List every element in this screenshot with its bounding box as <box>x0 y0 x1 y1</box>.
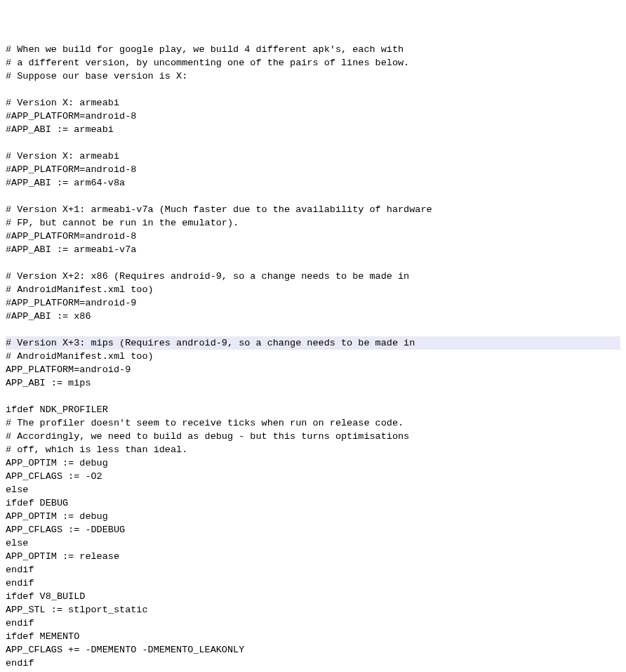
code-line[interactable]: ifdef NDK_PROFILER <box>6 403 620 416</box>
code-line[interactable]: endif <box>6 577 620 590</box>
code-line[interactable]: #APP_PLATFORM=android-8 <box>6 163 620 176</box>
code-line[interactable]: # Version X: armeabi <box>6 96 620 110</box>
code-line[interactable]: # AndroidManifest.xml too) <box>6 283 620 296</box>
code-line[interactable]: #APP_ABI := x86 <box>6 310 620 323</box>
code-line[interactable]: APP_OPTIM := release <box>6 550 620 563</box>
code-line[interactable]: # The profiler doesn't seem to receive t… <box>6 416 620 430</box>
code-line[interactable]: ifdef MEMENTO <box>6 630 620 643</box>
code-line[interactable]: ifdef DEBUG <box>6 496 620 510</box>
code-line[interactable]: ifdef V8_BUILD <box>6 590 620 603</box>
code-line[interactable]: #APP_PLATFORM=android-8 <box>6 230 620 243</box>
code-line[interactable]: # When we build for google play, we buil… <box>6 43 620 56</box>
code-line[interactable]: #APP_ABI := armeabi-v7a <box>6 243 620 256</box>
code-line[interactable] <box>6 190 620 203</box>
code-line[interactable]: # Accordingly, we need to build as debug… <box>6 430 620 443</box>
code-line[interactable] <box>6 256 620 270</box>
code-line[interactable] <box>6 83 620 96</box>
code-line[interactable]: #APP_ABI := armeabi <box>6 123 620 136</box>
code-line[interactable]: APP_OPTIM := debug <box>6 456 620 470</box>
code-line[interactable]: # Version X+3: mips (Requires android-9,… <box>6 336 620 350</box>
code-line[interactable]: APP_CFLAGS += -DMEMENTO -DMEMENTO_LEAKON… <box>6 643 620 657</box>
code-line[interactable]: APP_STL := stlport_static <box>6 603 620 617</box>
code-line[interactable]: # Version X+1: armeabi-v7a (Much faster … <box>6 203 620 216</box>
code-line[interactable]: #APP_PLATFORM=android-8 <box>6 110 620 123</box>
code-line[interactable]: endif <box>6 563 620 577</box>
code-line[interactable]: APP_ABI := mips <box>6 376 620 390</box>
code-line[interactable]: APP_CFLAGS := -O2 <box>6 470 620 483</box>
code-line[interactable]: #APP_ABI := arm64-v8a <box>6 176 620 190</box>
code-line[interactable]: # Suppose our base version is X: <box>6 70 620 83</box>
code-view[interactable]: # When we build for google play, we buil… <box>6 43 620 672</box>
code-line[interactable]: # AndroidManifest.xml too) <box>6 350 620 363</box>
code-line[interactable]: APP_CFLAGS := -DDEBUG <box>6 523 620 536</box>
code-line[interactable] <box>6 136 620 150</box>
code-line[interactable]: else <box>6 536 620 550</box>
code-line[interactable]: endif <box>6 617 620 630</box>
code-line[interactable]: # off, which is less than ideal. <box>6 443 620 456</box>
code-line[interactable]: #APP_PLATFORM=android-9 <box>6 296 620 310</box>
code-line[interactable]: # Version X: armeabi <box>6 150 620 163</box>
code-line[interactable]: else <box>6 483 620 496</box>
code-line[interactable] <box>6 323 620 336</box>
code-line[interactable]: APP_OPTIM := debug <box>6 510 620 523</box>
code-line[interactable] <box>6 390 620 403</box>
code-line[interactable]: endif <box>6 657 620 670</box>
code-line[interactable]: # Version X+2: x86 (Requires android-9, … <box>6 270 620 283</box>
code-line[interactable]: APP_PLATFORM=android-9 <box>6 363 620 376</box>
code-line[interactable]: # a different version, by uncommenting o… <box>6 56 620 70</box>
code-line[interactable]: # FP, but cannot be run in the emulator)… <box>6 216 620 230</box>
